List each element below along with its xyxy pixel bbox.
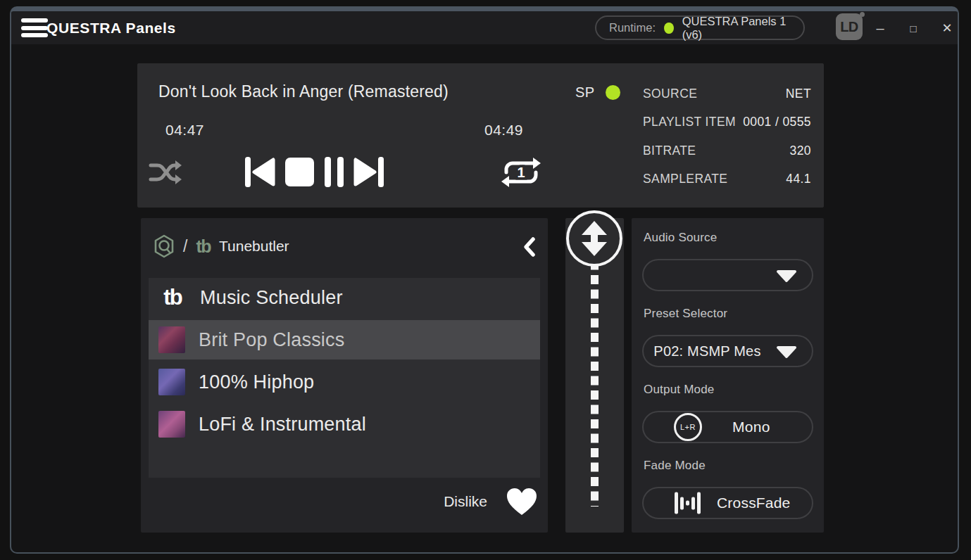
album-art-thumbnail	[158, 326, 185, 353]
list-item-100-hiphop[interactable]: 100% Hiphop	[149, 362, 540, 402]
list-item-brit-pop-classics[interactable]: Brit Pop Classics	[149, 320, 540, 359]
track-title: Don't Look Back in Anger (Remastered)	[158, 82, 449, 101]
sp-status: SP	[575, 84, 620, 101]
playlist-list: tb Music Scheduler Brit Pop Classics 100…	[149, 278, 540, 478]
info-label: PLAYLIST ITEM	[643, 115, 736, 129]
output-mode-value: Mono	[732, 419, 770, 435]
breadcrumb[interactable]: / tb Tunebutler	[154, 232, 289, 260]
maximize-button[interactable]: □	[902, 17, 925, 39]
runtime-status-dot-icon	[664, 23, 674, 34]
fade-mode-value: CrossFade	[717, 495, 791, 511]
sp-status-dot-icon	[606, 85, 620, 100]
tunebutler-folder-icon: tb	[158, 285, 187, 310]
repeat-one-icon[interactable]: 1	[499, 152, 544, 193]
screen: QUESTRA Panels Runtime: QUESTRA Panels 1…	[0, 0, 971, 560]
audio-source-label: Audio Source	[644, 231, 717, 245]
tunebutler-logo-icon: tb	[196, 236, 211, 257]
list-item-label: LoFi & Instrumental	[199, 414, 366, 435]
chevron-down-icon	[775, 269, 798, 283]
dislike-control: Dislike	[444, 487, 538, 516]
repeat-count: 1	[517, 165, 525, 180]
fader-panel	[565, 218, 624, 533]
info-label: SAMPLERATE	[643, 172, 727, 186]
list-item-music-scheduler[interactable]: tb Music Scheduler	[149, 278, 540, 317]
album-art-thumbnail	[158, 369, 185, 395]
list-item-lofi-instrumental[interactable]: LoFi & Instrumental	[149, 405, 540, 444]
transport-controls	[243, 155, 386, 189]
player-panel: Don't Look Back in Anger (Remastered) SP…	[137, 63, 824, 208]
breadcrumb-separator: /	[183, 237, 187, 256]
app-window: QUESTRA Panels Runtime: QUESTRA Panels 1…	[10, 6, 959, 554]
fader-handle[interactable]	[566, 210, 622, 267]
info-value: 0001 / 0555	[743, 115, 811, 129]
playlist-panel: / tb Tunebutler tb Music Scheduler Brit …	[141, 218, 548, 533]
chevron-down-icon	[775, 345, 798, 359]
close-button[interactable]: ✕	[936, 17, 958, 39]
ld-logo: LD	[836, 13, 863, 40]
info-label: BITRATE	[643, 144, 696, 158]
info-value: 320	[790, 144, 811, 158]
preset-selector-label: Preset Selector	[644, 307, 727, 321]
output-mode-button[interactable]: L+R Mono	[642, 411, 813, 443]
stop-icon[interactable]	[284, 155, 315, 189]
pause-icon[interactable]	[323, 155, 345, 189]
stream-info: SOURCE NET PLAYLIST ITEM 0001 / 0555 BIT…	[643, 79, 811, 193]
info-label: SOURCE	[643, 87, 697, 101]
app-title: QUESTRA Panels	[46, 11, 176, 44]
info-value: NET	[786, 87, 811, 101]
info-row-source: SOURCE NET	[643, 79, 811, 108]
time-elapsed: 04:47	[165, 122, 204, 139]
info-row-playlist-item: PLAYLIST ITEM 0001 / 0555	[643, 108, 811, 137]
dislike-label: Dislike	[444, 493, 487, 510]
fader-notch	[591, 235, 598, 242]
list-item-label: Music Scheduler	[200, 287, 343, 309]
runtime-label: Runtime:	[609, 21, 656, 34]
fader-up-arrow-icon[interactable]	[582, 221, 607, 235]
list-item-label: Brit Pop Classics	[199, 329, 344, 351]
info-row-samplerate: SAMPLERATE 44.1	[643, 165, 811, 194]
next-track-icon[interactable]	[353, 155, 386, 189]
crossfade-bars-icon	[674, 492, 701, 514]
breadcrumb-title: Tunebutler	[219, 238, 289, 255]
fader-down-arrow-icon[interactable]	[582, 242, 607, 256]
l-plus-r-icon: L+R	[674, 413, 702, 441]
preset-selected-value: P02: MSMP Mes	[644, 336, 771, 366]
preset-selector-dropdown[interactable]: P02: MSMP Mes	[642, 335, 813, 367]
fade-mode-button[interactable]: CrossFade	[642, 487, 813, 519]
output-mode-label: Output Mode	[644, 383, 714, 397]
list-item-label: 100% Hiphop	[199, 371, 314, 393]
heart-icon[interactable]	[506, 487, 538, 516]
runtime-status-pill[interactable]: Runtime: QUESTRA Panels 1 (v6)	[595, 15, 805, 40]
album-art-thumbnail	[158, 411, 185, 438]
fade-mode-label: Fade Mode	[644, 459, 706, 473]
info-row-bitrate: BITRATE 320	[643, 136, 811, 165]
minimize-button[interactable]: –	[869, 17, 891, 39]
controls-panel: Audio Source Preset Selector P02: MSMP M…	[632, 218, 824, 533]
questra-hexagon-logo-icon	[154, 234, 175, 258]
info-value: 44.1	[786, 172, 811, 186]
audio-source-dropdown[interactable]	[642, 259, 813, 291]
previous-track-icon[interactable]	[243, 155, 276, 189]
sp-label: SP	[575, 84, 595, 101]
hamburger-menu-icon[interactable]	[21, 18, 48, 37]
time-remaining: 04:49	[484, 122, 523, 139]
title-bar: QUESTRA Panels Runtime: QUESTRA Panels 1…	[11, 11, 958, 44]
shuffle-icon[interactable]	[149, 157, 182, 188]
collapse-chevron-icon[interactable]	[522, 236, 537, 257]
runtime-value: QUESTRA Panels 1 (v6)	[682, 15, 791, 42]
